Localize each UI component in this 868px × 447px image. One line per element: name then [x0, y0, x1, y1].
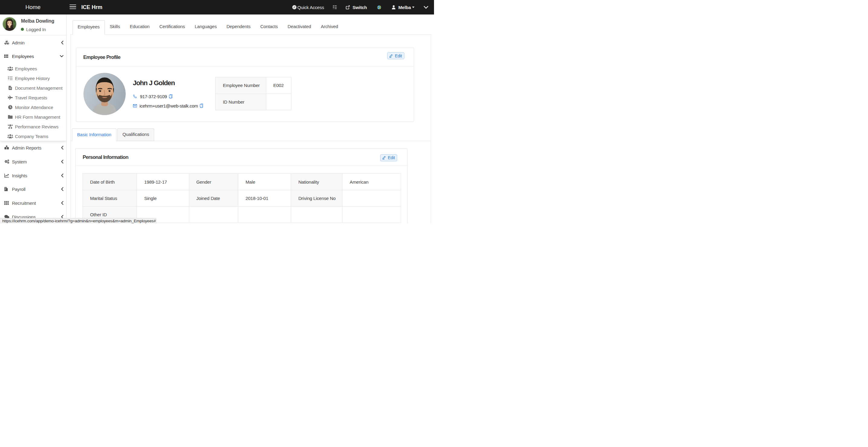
clock-icon: [8, 105, 12, 109]
sidebar-item-label: Recruitment: [12, 200, 36, 206]
tab-education[interactable]: Education: [125, 20, 154, 34]
users-icon: [7, 66, 13, 71]
subtab-qualifications[interactable]: Qualifications: [117, 128, 154, 141]
card-title: Employee Profile: [84, 54, 121, 60]
caret-down-icon: [412, 0, 415, 14]
chevron-left-icon: [61, 201, 63, 205]
tab-archived[interactable]: Archived: [316, 20, 343, 34]
pi-value: 2018-10-01: [238, 190, 291, 206]
file-zipper-icon: [4, 187, 8, 191]
tab-label: Languages: [195, 24, 217, 29]
login-status: Logged In: [26, 27, 46, 32]
sidebar-subitem-monitor-attendance[interactable]: Monitor Attendance: [0, 102, 66, 112]
sidebar-subitem-label: HR Form Management: [15, 114, 60, 119]
phone-icon: [133, 95, 137, 98]
card-header: Personal Information Edit: [75, 149, 407, 166]
table-cells-icon: [4, 201, 9, 205]
user-avatar[interactable]: [3, 17, 16, 31]
tab-dependents[interactable]: Dependents: [221, 20, 255, 34]
checklist-icon[interactable]: [333, 0, 337, 14]
tab-deactivated[interactable]: Deactivated: [283, 20, 316, 34]
sidebar-item-recruitment[interactable]: Recruitment: [0, 196, 66, 210]
tab-employees[interactable]: Employees: [72, 20, 105, 34]
sidebar-item-label: Admin Reports: [12, 145, 41, 151]
sidebar-subitem-travel-requests[interactable]: Travel Requests: [0, 93, 66, 102]
chevron-down-icon[interactable]: [424, 0, 428, 14]
folder-icon: [8, 115, 13, 119]
chevron-left-icon: [61, 41, 63, 45]
file-icon: [8, 86, 12, 90]
edit-personal-button[interactable]: Edit: [380, 154, 397, 161]
chevron-left-icon: [61, 187, 63, 191]
tab-label: Archived: [321, 24, 338, 29]
pi-label: Driving License No: [291, 190, 342, 206]
phone-number[interactable]: 917-372-9109: [140, 94, 167, 99]
sidebar-subitem-label: Performance Reviews: [15, 124, 59, 129]
edit-profile-button[interactable]: Edit: [387, 52, 404, 59]
tab-languages[interactable]: Languages: [190, 20, 221, 34]
user-icon: [392, 0, 396, 14]
chevron-left-icon: [61, 159, 63, 163]
card-header: Employee Profile Edit: [76, 48, 414, 67]
pi-value: 1989-12-17: [137, 174, 189, 190]
sidebar-subitem-label: Document Management: [15, 85, 63, 90]
phone-row: 917-372-9109: [133, 94, 173, 99]
sidebar-user-name: Melba Dowling: [21, 19, 54, 24]
sidebar-subitem-employee-history[interactable]: Employee History: [0, 73, 66, 83]
sidebar-item-admin-reports[interactable]: Admin Reports: [0, 141, 66, 155]
copy-icon[interactable]: [200, 104, 204, 108]
chart-line-icon: [4, 173, 9, 178]
email-address[interactable]: icehrm+user1@web-stalk.com: [140, 103, 198, 108]
status-url-bar: https://icehrm.com/app/demo-icehrm/?g=ad…: [0, 218, 156, 224]
copy-icon[interactable]: [169, 94, 173, 99]
sidebar-subitem-company-teams[interactable]: Company Teams: [0, 131, 66, 141]
profile-subtabs: Basic Information Qualifications: [72, 128, 154, 142]
switch-button[interactable]: Switch: [353, 0, 367, 14]
tab-label: Skills: [110, 24, 120, 29]
status-url-text: https://icehrm.com/app/demo-icehrm/?g=ad…: [2, 219, 156, 223]
menu-toggle-icon[interactable]: [69, 4, 76, 9]
subtab-basic-information[interactable]: Basic Information: [72, 128, 116, 142]
sidebar-subitem-document-management[interactable]: Document Management: [0, 83, 66, 93]
tab-label: Dependents: [226, 24, 250, 29]
sidebar-item-admin[interactable]: Admin: [0, 36, 66, 50]
panel-right-border: [431, 34, 431, 224]
sidebar-subitem-label: Monitor Attendance: [15, 104, 54, 109]
pi-label: Date of Birth: [83, 174, 137, 190]
employee-meta-table: Employee Number E002 ID Number: [215, 77, 291, 110]
pi-label: Nationality: [291, 174, 342, 190]
panel-left-border: [70, 34, 71, 224]
pi-value: American: [342, 174, 401, 190]
profile-body: John J Golden 917-372-9109: [76, 66, 414, 122]
sidebar-subitem-employees[interactable]: Employees: [0, 64, 66, 73]
sidebar-item-label: Payroll: [12, 187, 26, 192]
sidebar-subitem-label: Company Teams: [15, 133, 49, 139]
sidebar-divider: [0, 35, 66, 35]
quick-access-button[interactable]: Quick Access: [298, 0, 324, 14]
sidebar-subitem-label: Employees: [15, 66, 37, 71]
status-dot: [21, 28, 24, 31]
pencil-icon: [382, 156, 386, 159]
sidebar-item-insights[interactable]: Insights: [0, 168, 66, 183]
list-check-icon: [8, 76, 13, 80]
sidebar-subitem-label: Employee History: [15, 75, 50, 81]
topbar: Home ICE Hrm Quick Access Switch: [0, 0, 434, 14]
sidebar-item-system[interactable]: System: [0, 155, 66, 168]
sidebar-item-payroll[interactable]: Payroll: [0, 183, 66, 196]
home-link[interactable]: Home: [25, 0, 40, 14]
pi-label: Marital Status: [83, 190, 137, 206]
card-title: Personal Information: [83, 154, 128, 160]
tab-contacts[interactable]: Contacts: [255, 20, 283, 34]
sidebar-item-employees[interactable]: Employees: [0, 49, 66, 63]
user-menu[interactable]: Melba: [398, 0, 411, 14]
tab-certifications[interactable]: Certifications: [154, 20, 190, 34]
tab-skills[interactable]: Skills: [105, 20, 125, 34]
sidebar-subitem-hr-form-management[interactable]: HR Form Management: [0, 112, 66, 122]
pi-value: Single: [137, 190, 189, 206]
globe-emoji-icon[interactable]: [377, 0, 381, 14]
main-tabs: Employees Skills Education Certification…: [72, 20, 343, 34]
employee-profile-card: Employee Profile Edit: [76, 48, 414, 122]
sidebar-item-label: Admin: [12, 40, 25, 45]
pi-value: [189, 206, 238, 223]
sidebar-subitem-performance-reviews[interactable]: Performance Reviews: [0, 122, 66, 131]
